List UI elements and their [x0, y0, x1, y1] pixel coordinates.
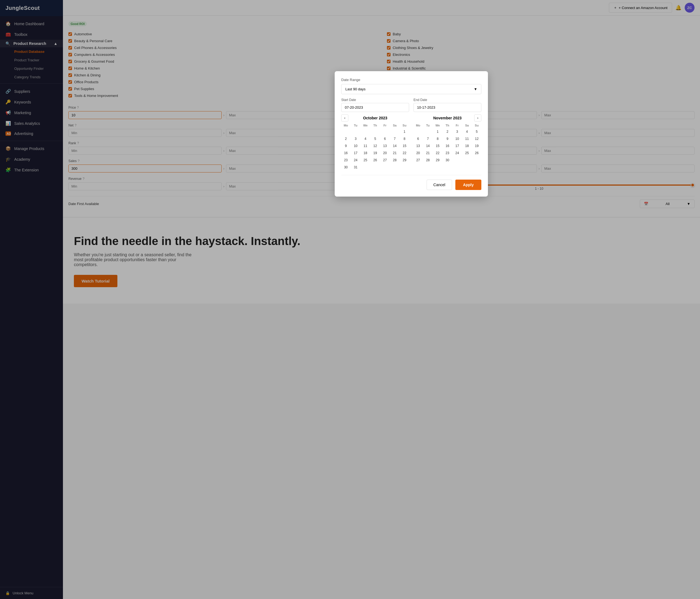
cal-day[interactable]: 29	[433, 157, 442, 163]
cal-day[interactable]: 9	[341, 143, 351, 149]
end-date-input[interactable]	[414, 103, 481, 112]
cal-day-header: Mo	[414, 123, 423, 128]
cal-day-empty	[423, 128, 433, 135]
cancel-button[interactable]: Cancel	[427, 179, 452, 190]
cal-day[interactable]: 3	[453, 128, 462, 135]
cal-day-header: Su	[472, 123, 481, 128]
date-range-value: Last 90 days	[345, 87, 366, 91]
cal-day[interactable]: 11	[462, 136, 472, 142]
calendar-overlay: Date Range Last 90 days ▼ Start Date End…	[0, 0, 700, 599]
start-date-label: Start Date	[341, 98, 409, 102]
cal-day[interactable]: 22	[400, 150, 409, 156]
october-header: ‹ October 2023	[341, 116, 409, 120]
calendar-dialog: Date Range Last 90 days ▼ Start Date End…	[335, 71, 488, 196]
cal-day[interactable]: 28	[423, 157, 433, 163]
cal-day[interactable]: 25	[462, 150, 472, 156]
cal-day[interactable]: 5	[472, 128, 481, 135]
cal-day-empty	[371, 164, 380, 171]
november-title: November 2023	[433, 116, 461, 120]
prev-month-button[interactable]: ‹	[341, 115, 348, 122]
cal-day[interactable]: 2	[443, 128, 452, 135]
cal-day[interactable]: 18	[462, 143, 472, 149]
cal-day-header: Sa	[462, 123, 472, 128]
october-calendar: ‹ October 2023 MoTuWeThFrSaSu12345678910…	[341, 116, 409, 171]
cal-day[interactable]: 7	[423, 136, 433, 142]
cal-day[interactable]: 24	[351, 157, 360, 163]
cal-day[interactable]: 7	[390, 136, 400, 142]
apply-button[interactable]: Apply	[455, 179, 481, 190]
cal-day[interactable]: 21	[423, 150, 433, 156]
cal-day[interactable]: 26	[472, 150, 481, 156]
cal-day[interactable]: 9	[443, 136, 452, 142]
end-date-label: End Date	[414, 98, 481, 102]
cal-day-header: Mo	[341, 123, 351, 128]
cal-day[interactable]: 25	[361, 157, 370, 163]
cal-day-empty	[462, 157, 472, 163]
cal-day-header: Sa	[390, 123, 400, 128]
cal-day-header: Su	[400, 123, 409, 128]
cal-day-empty	[380, 128, 390, 135]
cal-day[interactable]: 14	[423, 143, 433, 149]
cal-day-header: Th	[371, 123, 380, 128]
cal-day[interactable]: 4	[361, 136, 370, 142]
cal-day[interactable]: 12	[472, 136, 481, 142]
cal-day[interactable]: 19	[371, 150, 380, 156]
cal-day[interactable]: 3	[351, 136, 360, 142]
start-date-group: Start Date	[341, 98, 409, 112]
cal-day[interactable]: 20	[414, 150, 423, 156]
cal-day[interactable]: 2	[341, 136, 351, 142]
cal-day[interactable]: 27	[380, 157, 390, 163]
cal-day-selected: 17	[352, 151, 360, 155]
cal-day[interactable]: 21	[390, 150, 400, 156]
cal-day[interactable]: 31	[351, 164, 360, 171]
cal-day-header: Fr	[453, 123, 462, 128]
november-calendar: November 2023 › MoTuWeThFrSaSu1234567891…	[414, 116, 481, 171]
cal-day[interactable]: 16	[443, 143, 452, 149]
cal-day[interactable]: 14	[390, 143, 400, 149]
cal-day[interactable]: 8	[400, 136, 409, 142]
cal-day-header: Fr	[380, 123, 390, 128]
date-range-select[interactable]: Last 90 days ▼	[341, 84, 481, 94]
cal-day[interactable]: 1	[400, 128, 409, 135]
cal-day-header: Tu	[423, 123, 433, 128]
cal-day[interactable]: 16	[341, 150, 351, 156]
cal-day-empty	[341, 128, 351, 135]
cal-day[interactable]: 18	[361, 150, 370, 156]
cal-day[interactable]: 24	[453, 150, 462, 156]
cal-day[interactable]: 30	[341, 164, 351, 171]
cal-day[interactable]: 10	[351, 143, 360, 149]
cal-day[interactable]: 27	[414, 157, 423, 163]
cal-day-empty	[380, 164, 390, 171]
cal-day[interactable]: 19	[472, 143, 481, 149]
november-header: November 2023 ›	[414, 116, 481, 120]
next-month-button[interactable]: ›	[474, 115, 481, 122]
cal-day[interactable]: 13	[380, 143, 390, 149]
cal-day[interactable]: 17	[453, 143, 462, 149]
cal-day-empty	[453, 157, 462, 163]
cal-day[interactable]: 6	[414, 136, 423, 142]
cal-day[interactable]: 17	[351, 150, 360, 156]
october-title: October 2023	[363, 116, 388, 120]
cal-day[interactable]: 29	[400, 157, 409, 163]
cal-day[interactable]: 5	[371, 136, 380, 142]
cal-day[interactable]: 12	[371, 143, 380, 149]
cal-day[interactable]: 6	[380, 136, 390, 142]
cal-day[interactable]: 30	[443, 157, 452, 163]
cal-day[interactable]: 11	[361, 143, 370, 149]
cal-day[interactable]: 15	[433, 143, 442, 149]
start-date-input[interactable]	[341, 103, 409, 112]
date-range-chevron: ▼	[474, 87, 477, 91]
cal-day-empty	[400, 164, 409, 171]
cal-day[interactable]: 26	[371, 157, 380, 163]
cal-day[interactable]: 8	[433, 136, 442, 142]
cal-day[interactable]: 23	[443, 150, 452, 156]
cal-day[interactable]: 4	[462, 128, 472, 135]
cal-day[interactable]: 28	[390, 157, 400, 163]
cal-day[interactable]: 22	[433, 150, 442, 156]
cal-day[interactable]: 15	[400, 143, 409, 149]
cal-day[interactable]: 1	[433, 128, 442, 135]
cal-day[interactable]: 20	[380, 150, 390, 156]
cal-day[interactable]: 13	[414, 143, 423, 149]
cal-day[interactable]: 10	[453, 136, 462, 142]
cal-day[interactable]: 23	[341, 157, 351, 163]
